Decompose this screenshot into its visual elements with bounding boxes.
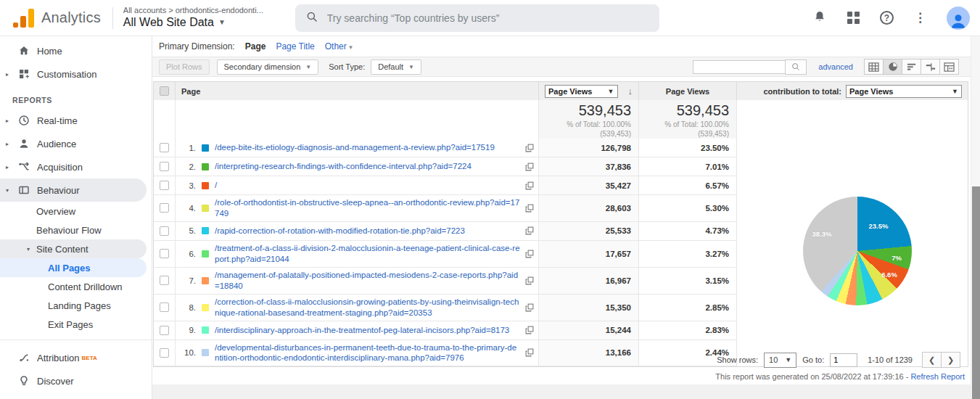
open-in-new-icon[interactable] — [521, 204, 534, 213]
pageviews-value: 15,244 — [539, 321, 639, 340]
chevron-down-icon: ▼ — [785, 356, 791, 363]
analytics-logo — [13, 9, 34, 28]
page-url-link[interactable]: /interpreting-research-findings-with-con… — [215, 161, 472, 172]
page-url-link[interactable]: /treatment-of-a-class-ii-division-2-malo… — [215, 243, 521, 265]
row-checkbox[interactable] — [160, 226, 169, 236]
dimension-page[interactable]: Page — [245, 41, 266, 52]
home-icon — [17, 44, 30, 57]
row-checkbox[interactable] — [160, 162, 169, 171]
show-rows-select[interactable]: 10▼ — [764, 353, 796, 368]
row-checkbox[interactable] — [160, 326, 169, 335]
view-pivot-button[interactable] — [939, 59, 959, 75]
secondary-dimension-button[interactable]: Secondary dimension▼ — [217, 59, 319, 75]
refresh-report-link[interactable]: Refresh Report — [910, 372, 965, 381]
prev-page-button[interactable]: ❮ — [922, 352, 942, 368]
sidebar-item-acquisition[interactable]: ▸ Acquisition — [0, 155, 152, 178]
view-performance-button[interactable] — [902, 59, 921, 75]
view-table-button[interactable] — [864, 59, 884, 75]
page-url-link[interactable]: /interdisciplinary-approach-in-the-treat… — [215, 325, 509, 336]
dimension-other[interactable]: Other ▾ — [325, 41, 353, 52]
row-checkbox[interactable] — [160, 348, 169, 358]
search-input[interactable] — [327, 12, 649, 24]
page-url-link[interactable]: /deep-bite-its-etiology-diagnosis-and-ma… — [215, 142, 495, 153]
table-row: 9. /interdisciplinary-approach-in-the-tr… — [154, 321, 968, 340]
row-number: 3. — [180, 181, 196, 190]
row-checkbox[interactable] — [160, 249, 169, 258]
more-vert-icon[interactable]: ⋮ — [914, 10, 926, 25]
page-url-link[interactable]: /correction-of-class-ii-malocclusionsin-… — [215, 297, 521, 318]
row-checkbox[interactable] — [160, 203, 169, 213]
global-search[interactable] — [295, 4, 659, 32]
notifications-bell-icon[interactable] — [812, 9, 827, 27]
pagination-row: Show rows: 10▼ Go to: 1-10 of 1239 ❮ ❯ — [717, 352, 960, 368]
sidebar-item-exit-pages[interactable]: Exit Pages — [0, 315, 152, 334]
apps-grid-icon[interactable] — [847, 12, 860, 24]
sidebar-item-behaviour[interactable]: ▾ Behaviour — [0, 178, 147, 202]
pie-slice-label: 23.5% — [869, 222, 889, 230]
sidebar-item-admin[interactable]: ⚙ Admin — [0, 392, 152, 399]
plot-rows-button[interactable]: Plot Rows — [159, 59, 210, 75]
page-cell: 2. /interpreting-research-findings-with-… — [176, 157, 539, 176]
sidebar-item-landing-pages[interactable]: Landing Pages — [0, 296, 152, 315]
sidebar-item-content-drilldown[interactable]: Content Drilldown — [0, 277, 152, 296]
row-number: 6. — [180, 250, 196, 258]
acquisition-icon — [17, 160, 30, 173]
advanced-link[interactable]: advanced — [818, 62, 853, 71]
open-in-new-icon[interactable] — [521, 348, 534, 357]
help-icon[interactable]: ? — [880, 11, 894, 25]
sidebar-item-home[interactable]: Home — [0, 39, 152, 62]
page-column-header[interactable]: Page — [176, 82, 539, 100]
divider — [112, 7, 113, 29]
sidebar-item-site-content[interactable]: ▾ Site Content — [0, 239, 147, 258]
sidebar-item-realtime[interactable]: ▸ Real-time — [0, 109, 152, 132]
sidebar-item-behaviour-flow[interactable]: Behaviour Flow — [0, 221, 152, 239]
sidebar-item-attribution[interactable]: Attribution BETA — [0, 346, 152, 369]
row-checkbox[interactable] — [160, 181, 169, 190]
view-comparison-button[interactable] — [921, 59, 940, 75]
sidebar-item-all-pages[interactable]: All Pages — [0, 258, 147, 277]
row-checkbox[interactable] — [160, 143, 169, 152]
page-url-link[interactable]: /management-of-palatally-positioned-impa… — [215, 270, 521, 292]
account-selector[interactable]: All accounts > orthodontics-endodonti...… — [123, 6, 263, 30]
goto-page-input[interactable] — [830, 353, 857, 367]
row-checkbox[interactable] — [160, 276, 169, 285]
pageviews-metric-select[interactable]: Page Views▼ — [545, 85, 618, 98]
sidebar-item-discover[interactable]: Discover — [0, 369, 152, 392]
page-url-link[interactable]: /rapid-correction-of-rotation-with-modif… — [215, 226, 465, 236]
row-number: 10. — [180, 348, 196, 357]
table-filter-search-button[interactable] — [785, 59, 807, 75]
contribution-pie-chart[interactable]: 23.5%7%6.6%38.3% — [803, 197, 912, 305]
open-in-new-icon[interactable] — [521, 181, 534, 190]
page-url-link[interactable]: /role-of-orthodontist-in-obstructive-sle… — [215, 197, 521, 219]
open-in-new-icon[interactable] — [521, 163, 534, 171]
open-in-new-icon[interactable] — [521, 326, 534, 334]
open-in-new-icon[interactable] — [521, 226, 534, 235]
page-url-link[interactable]: / — [215, 180, 217, 191]
behaviour-icon — [17, 184, 30, 197]
sort-type-button[interactable]: Default▼ — [371, 59, 421, 75]
select-all-checkbox[interactable] — [160, 86, 169, 96]
table-filter-input[interactable] — [693, 60, 786, 74]
row-number: 9. — [180, 326, 196, 334]
sidebar-item-customisation[interactable]: ▸ Customisation — [0, 62, 152, 86]
sidebar-item-overview[interactable]: Overview — [0, 202, 152, 221]
dimension-page-title[interactable]: Page Title — [276, 41, 314, 52]
row-checkbox[interactable] — [160, 303, 169, 312]
open-in-new-icon[interactable] — [521, 303, 534, 312]
open-in-new-icon[interactable] — [521, 144, 534, 152]
pageviews-column-header[interactable]: Page Views — [639, 82, 737, 100]
scrollbar-thumb[interactable] — [972, 186, 980, 399]
series-color-swatch — [202, 277, 209, 284]
page-cell: 8. /correction-of-class-ii-malocclusions… — [176, 295, 539, 321]
sort-descending-icon[interactable]: ↓ — [628, 86, 633, 96]
contribution-metric-select[interactable]: Page Views▼ — [846, 85, 962, 98]
open-in-new-icon[interactable] — [521, 250, 534, 258]
sidebar-item-audience[interactable]: ▸ Audience — [0, 132, 152, 155]
view-percentage-button[interactable] — [883, 59, 902, 75]
next-page-button[interactable]: ❯ — [941, 352, 960, 368]
avatar[interactable] — [947, 7, 970, 30]
page-url-link[interactable]: /developmental-disturbances-in-permanent… — [215, 342, 521, 364]
series-color-swatch — [202, 250, 209, 258]
vertical-scrollbar[interactable] — [971, 36, 980, 399]
open-in-new-icon[interactable] — [521, 276, 534, 285]
